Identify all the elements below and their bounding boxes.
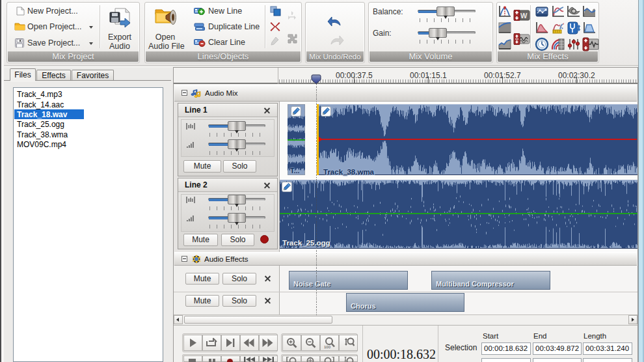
svg-text:100: 100 [324, 345, 331, 349]
